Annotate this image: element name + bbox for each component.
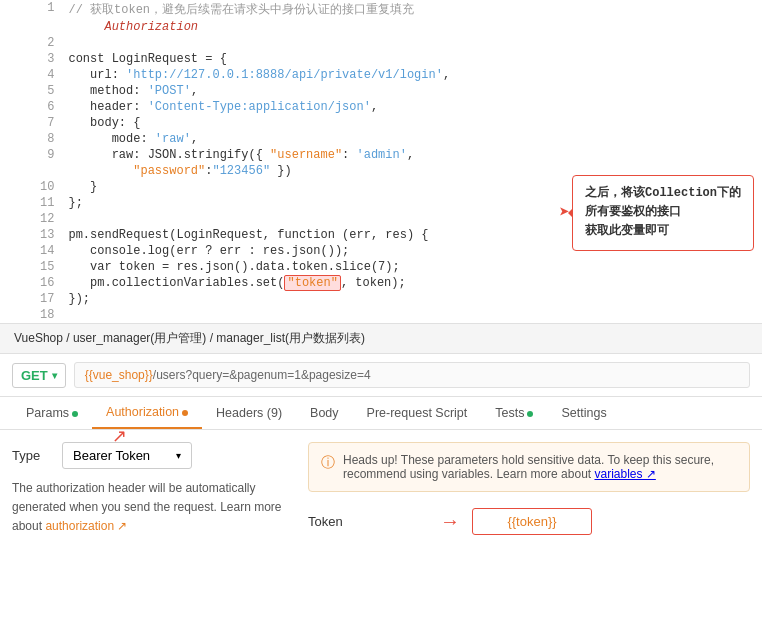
tooltip-text: 之后，将该Collection下的所有要鉴权的接口获取此变量即可 (585, 186, 741, 238)
left-panel: Type Bearer Token ▾ ↙ The authorization … (12, 442, 292, 537)
line-number: 15 (0, 259, 64, 275)
line-number: 7 (0, 115, 64, 131)
line-number: 2 (0, 35, 64, 51)
code-line-4: 4 url: 'http://127.0.0.1:8888/api/privat… (0, 67, 762, 83)
tab-settings[interactable]: Settings (547, 398, 620, 428)
authorization-link[interactable]: authorization ↗ (45, 519, 127, 533)
tab-body[interactable]: Body (296, 398, 353, 428)
url-input[interactable]: {{vue_shop}}/users?query=&pagenum=1&page… (74, 362, 750, 388)
breadcrumb: VueShop / user_manager(用户管理) / manager_l… (0, 324, 762, 354)
tooltip-bubble: ➤ 之后，将该Collection下的所有要鉴权的接口获取此变量即可 (572, 175, 754, 251)
code-line-16: 16 pm.collectionVariables.set("token", t… (0, 275, 762, 291)
url-suffix: /users?query=&pagenum=1&pagesize=4 (153, 368, 371, 382)
info-text: Heads up! These parameters hold sensitiv… (343, 453, 737, 481)
line-number: 11 (0, 195, 64, 211)
token-label: Token (308, 514, 368, 529)
tests-dot (527, 411, 533, 417)
line-content: url: 'http://127.0.0.1:8888/api/private/… (64, 67, 762, 83)
tab-tests[interactable]: Tests (481, 398, 547, 428)
line-content: body: { (64, 115, 762, 131)
code-line-6: 6 header: 'Content-Type:application/json… (0, 99, 762, 115)
line-number: 13 (0, 227, 64, 243)
method-select[interactable]: GET ▾ (12, 363, 66, 388)
token-value-box[interactable]: {{token}} (472, 508, 592, 535)
tab-authorization[interactable]: Authorization (92, 397, 202, 429)
line-number: 5 (0, 83, 64, 99)
info-icon: ⓘ (321, 454, 335, 472)
line-number (0, 163, 64, 179)
url-variable: {{vue_shop}} (85, 368, 153, 382)
code-line-7: 7 body: { (0, 115, 762, 131)
tab-headers[interactable]: Headers (9) (202, 398, 296, 428)
tab-params[interactable]: Params (12, 398, 92, 428)
line-content: header: 'Content-Type:application/json', (64, 99, 762, 115)
line-number (0, 19, 64, 35)
code-editor: 1 // 获取token，避免后续需在请求头中身份认证的接口重复填充 Autho… (0, 0, 762, 324)
line-content: Authorization (64, 19, 762, 35)
code-line-17: 17 }); (0, 291, 762, 307)
code-line-2: 2 (0, 35, 762, 51)
chevron-down-icon: ▾ (176, 450, 181, 461)
line-content: method: 'POST', (64, 83, 762, 99)
line-content: var token = res.json().data.token.slice(… (64, 259, 762, 275)
line-number: 3 (0, 51, 64, 67)
line-number: 1 (0, 0, 64, 19)
line-content (64, 307, 762, 323)
tab-pre-request[interactable]: Pre-request Script (353, 398, 482, 428)
code-editor-container: 1 // 获取token，避免后续需在请求头中身份认证的接口重复填充 Autho… (0, 0, 762, 324)
code-line-15: 15 var token = res.json().data.token.sli… (0, 259, 762, 275)
line-content (64, 35, 762, 51)
auth-dot (182, 410, 188, 416)
type-row: Type Bearer Token ▾ (12, 442, 292, 469)
line-content: // 获取token，避免后续需在请求头中身份认证的接口重复填充 (64, 0, 762, 19)
line-number: 4 (0, 67, 64, 83)
left-description: The authorization header will be automat… (12, 479, 292, 537)
line-content: raw: JSON.stringify({ "username": 'admin… (64, 147, 762, 163)
code-line-3: 3 const LoginRequest = { (0, 51, 762, 67)
type-section: Type Bearer Token ▾ ↙ (12, 442, 292, 469)
token-row: Token → {{token}} (308, 508, 750, 535)
right-panel: ⓘ Heads up! These parameters hold sensit… (308, 442, 750, 537)
line-content: mode: 'raw', (64, 131, 762, 147)
method-label: GET (21, 368, 48, 383)
line-number: 10 (0, 179, 64, 195)
code-line-8: 8 mode: 'raw', (0, 131, 762, 147)
code-line-1: 1 // 获取token，避免后续需在请求头中身份认证的接口重复填充 (0, 0, 762, 19)
code-line-9: 9 raw: JSON.stringify({ "username": 'adm… (0, 147, 762, 163)
variables-link[interactable]: variables ↗ (594, 467, 655, 481)
info-box: ⓘ Heads up! These parameters hold sensit… (308, 442, 750, 492)
line-number: 12 (0, 211, 64, 227)
type-label: Type (12, 448, 52, 463)
line-number: 18 (0, 307, 64, 323)
line-number: 17 (0, 291, 64, 307)
url-bar: GET ▾ {{vue_shop}}/users?query=&pagenum=… (0, 354, 762, 397)
bearer-label: Bearer Token (73, 448, 150, 463)
method-chevron-icon: ▾ (52, 370, 57, 381)
line-number: 6 (0, 99, 64, 115)
line-number: 14 (0, 243, 64, 259)
breadcrumb-text: VueShop / user_manager(用户管理) / manager_l… (14, 331, 365, 345)
line-number: 8 (0, 131, 64, 147)
content-area: Type Bearer Token ▾ ↙ The authorization … (0, 430, 762, 549)
bearer-token-select[interactable]: Bearer Token ▾ (62, 442, 192, 469)
line-number: 9 (0, 147, 64, 163)
code-line-18: 18 (0, 307, 762, 323)
params-dot (72, 411, 78, 417)
line-number: 16 (0, 275, 64, 291)
line-content: }); (64, 291, 762, 307)
code-table: 1 // 获取token，避免后续需在请求头中身份认证的接口重复填充 Autho… (0, 0, 762, 323)
bearer-arrow-icon: ↙ (112, 426, 127, 448)
line-content: pm.collectionVariables.set("token", toke… (64, 275, 762, 291)
line-content: const LoginRequest = { (64, 51, 762, 67)
code-line-5: 5 method: 'POST', (0, 83, 762, 99)
code-line-auth: Authorization (0, 19, 762, 35)
info-main-text: Heads up! These parameters hold sensitiv… (343, 453, 714, 481)
token-value: {{token}} (507, 514, 556, 529)
token-arrow-icon: → (440, 510, 460, 533)
